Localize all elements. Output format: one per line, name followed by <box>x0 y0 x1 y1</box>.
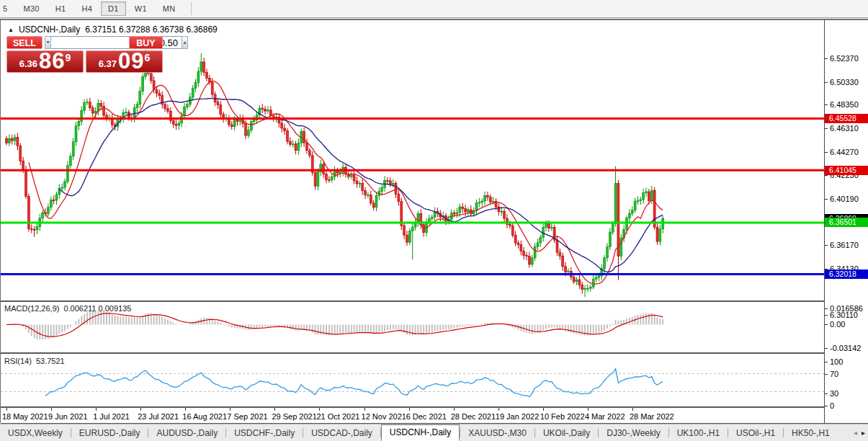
tab-scroll-arrows: ◂▸ <box>854 429 868 437</box>
volume-spinner: ▼ ▲ <box>45 36 127 49</box>
scroll-left-icon[interactable]: ◂ <box>854 429 857 437</box>
macd-pane[interactable]: MACD(12,26,9)0.006211 0.009135 <box>1 300 868 354</box>
price-tick-mark <box>825 82 828 83</box>
date-tick-mark <box>140 408 141 411</box>
date-tick-mark <box>543 408 544 411</box>
date-tick-mark <box>498 408 499 411</box>
chart-window: ▲ USDCNH-,Daily 6.37151 6.37288 6.36738 … <box>0 19 868 423</box>
price-tick-label: 6.48350 <box>830 100 859 109</box>
price-tick-label: 6.44270 <box>830 148 859 156</box>
rsi-pane[interactable]: RSI(14)53.7521 <box>1 355 868 408</box>
tab-uk100-h1[interactable]: UK100-,H1 <box>669 426 728 440</box>
rsi-tick-mark <box>825 406 828 406</box>
price-tick-mark <box>825 199 828 200</box>
macd-label: MACD(12,26,9)0.006211 0.009135 <box>4 304 131 313</box>
tab-usdchf-daily[interactable]: USDCHF-,Daily <box>226 426 303 440</box>
date-label: 29 Sep 2021 <box>272 412 316 421</box>
sell-button[interactable]: SELL <box>6 36 42 49</box>
date-tick-mark <box>51 408 52 411</box>
date-label: 12 Nov 2021 <box>362 412 406 421</box>
macd-tick-mark <box>825 324 828 325</box>
timeframe-button-w1[interactable]: W1 <box>127 1 154 16</box>
date-axis[interactable]: 18 May 20219 Jun 20211 Jul 202123 Jul 20… <box>1 408 868 424</box>
price-tick-label: 6.40190 <box>830 195 859 203</box>
rsi-indicator <box>1 355 824 406</box>
date-label: 1 Jul 2021 <box>93 412 130 421</box>
date-tick-mark <box>588 408 589 411</box>
date-tick-mark <box>185 408 186 411</box>
price-tick-mark <box>825 175 828 176</box>
rsi-label: RSI(14)53.7521 <box>4 357 65 365</box>
macd-tick-mark <box>825 348 828 349</box>
timeframe-toolbar: 5M30H1H4D1W1MN <box>0 0 868 18</box>
date-label: 28 Dec 2021 <box>451 412 496 421</box>
price-tick-mark <box>825 104 828 105</box>
price-tick-mark <box>825 315 828 316</box>
buy-price-prefix: 6.37 <box>99 58 117 69</box>
rsi-scale-label: 70 <box>830 370 838 378</box>
toolbar-separator <box>191 2 192 15</box>
price-badge: 6.45528 <box>825 114 868 123</box>
price-tick-mark <box>825 58 828 59</box>
macd-scale-label: 0.00 <box>830 320 845 329</box>
timeframe-button-5[interactable]: 5 <box>1 1 14 16</box>
rsi-tick-mark <box>825 374 828 375</box>
tab-usdcad-daily[interactable]: USDCAD-,Daily <box>303 426 380 440</box>
date-label: 4 Mar 2022 <box>585 412 625 421</box>
date-label: 19 Jan 2022 <box>496 412 540 421</box>
date-tick-mark <box>454 408 455 411</box>
date-tick-mark <box>632 408 633 411</box>
timeframe-button-d1[interactable]: D1 <box>101 1 126 16</box>
date-tick-mark <box>6 408 7 411</box>
date-label: 16 Aug 2021 <box>182 412 227 421</box>
sell-price-big: 86 <box>39 52 65 71</box>
date-label: 18 May 2021 <box>2 412 48 421</box>
sell-price-display[interactable]: 6.36 86 9 <box>6 50 84 73</box>
date-tick-mark <box>409 408 410 411</box>
date-tick-mark <box>274 408 275 411</box>
date-tick-mark <box>364 408 365 411</box>
timeframe-button-mn[interactable]: MN <box>156 1 183 16</box>
date-tick-mark <box>319 408 320 411</box>
rsi-tick-mark <box>825 362 828 362</box>
tab-usdcnh-daily[interactable]: USDCNH-,Daily <box>381 424 460 441</box>
buy-price-pip: 6 <box>145 52 151 63</box>
price-tick-label: 6.36170 <box>830 241 859 249</box>
tab-usdx-weekly[interactable]: USDX,Weekly <box>0 426 71 440</box>
mt4-terminal: 5M30H1H4D1W1MN ▲ USDCNH-,Daily 6.37151 6… <box>0 0 868 441</box>
tab-hk50-h1[interactable]: HK50-,H1 <box>784 426 838 440</box>
rsi-tick-mark <box>825 393 828 394</box>
sell-price-pip: 9 <box>66 52 71 63</box>
volume-decrease-icon[interactable]: ▼ <box>45 36 51 49</box>
buy-price-display[interactable]: 6.37 09 6 <box>86 50 163 73</box>
tab-xauusd-m30[interactable]: XAUUSD-,M30 <box>460 426 534 440</box>
timeframe-button-m30[interactable]: M30 <box>16 1 46 16</box>
date-label: 28 Mar 2022 <box>630 412 674 421</box>
date-label: 6 Dec 2021 <box>406 412 447 421</box>
price-badge: 6.41045 <box>825 166 868 175</box>
volume-increase-icon[interactable]: ▲ <box>182 36 188 49</box>
date-label: 21 Oct 2021 <box>316 412 359 421</box>
buy-button[interactable]: BUY <box>129 36 163 49</box>
one-click-trade-panel: SELL ▼ ▲ BUY 6.36 86 9 6.37 09 6 <box>6 36 163 92</box>
price-tick-label: 6.52370 <box>830 54 859 63</box>
date-label: 10 Feb 2022 <box>540 412 585 421</box>
timeframe-button-h4[interactable]: H4 <box>74 1 99 16</box>
date-label: 9 Jun 2021 <box>48 412 87 421</box>
rsi-scale-label: 0 <box>830 401 834 410</box>
timeframe-button-h1[interactable]: H1 <box>48 1 73 16</box>
price-tick-mark <box>825 245 828 246</box>
tab-eurusd-daily[interactable]: EURUSD-,Daily <box>71 426 148 440</box>
macd-tick-mark <box>825 308 828 309</box>
macd-scale-label: -0.03142 <box>830 344 861 352</box>
scroll-right-icon[interactable]: ▸ <box>862 429 865 437</box>
price-axis[interactable]: 6.523706.503306.483506.463106.442706.422… <box>824 20 868 423</box>
price-tick-label: 6.50330 <box>830 78 859 86</box>
chart-tab-bar: USDX,WeeklyEURUSD-,DailyAUDUSD-,DailyUSD… <box>0 424 868 441</box>
tab-dj30-weekly[interactable]: DJ30-,Weekly <box>599 426 668 440</box>
tab-audusd-daily[interactable]: AUDUSD-,Daily <box>148 426 225 440</box>
tab-usoil-h1[interactable]: USOil-,H1 <box>728 426 783 440</box>
date-tick-mark <box>96 408 97 411</box>
tab-ukoil-daily[interactable]: UKOil-,Daily <box>535 426 598 440</box>
price-badge: 6.36501 <box>825 218 868 227</box>
